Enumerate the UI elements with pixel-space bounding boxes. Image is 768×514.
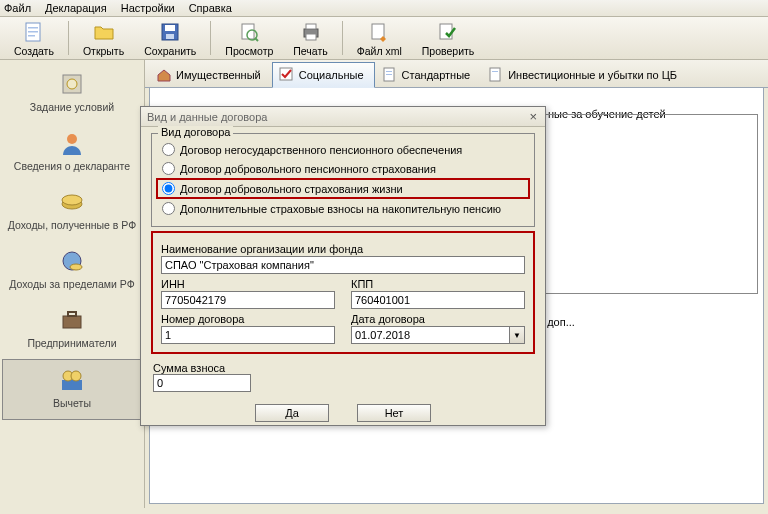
toolbar-label: Открыть	[83, 45, 124, 57]
sidebar-item-deductions[interactable]: Вычеты	[2, 359, 142, 420]
radio-input[interactable]	[162, 182, 175, 195]
doc-icon	[382, 67, 398, 83]
fieldset-legend: Вид договора	[158, 126, 233, 138]
save-icon	[158, 20, 182, 44]
svg-rect-29	[386, 71, 392, 72]
sidebar-item-conditions[interactable]: Задание условий	[0, 64, 144, 123]
sidebar-item-income-foreign[interactable]: Доходы за пределами РФ	[0, 241, 144, 300]
check-button[interactable]: Проверить	[412, 17, 485, 59]
radio-label: Договор добровольного страхования жизни	[180, 183, 403, 195]
toolbar-label: Создать	[14, 45, 54, 57]
tab-property[interactable]: Имущественный	[149, 62, 272, 87]
settings-icon	[58, 70, 86, 98]
preview-icon	[237, 20, 261, 44]
svg-rect-2	[28, 31, 38, 33]
svg-point-26	[71, 371, 81, 381]
inn-label: ИНН	[161, 278, 335, 290]
save-button[interactable]: Сохранить	[134, 17, 206, 59]
sidebar-item-declarant[interactable]: Сведения о декларанте	[0, 123, 144, 182]
folder-open-icon	[92, 20, 116, 44]
contract-date-label: Дата договора	[351, 313, 525, 325]
svg-line-9	[255, 38, 258, 41]
toolbar-label: Проверить	[422, 45, 475, 57]
org-input[interactable]	[161, 256, 525, 274]
svg-point-21	[70, 264, 82, 270]
radio-pension-nongov[interactable]: Договор негосударственного пенсионного о…	[160, 140, 526, 159]
radio-life-insurance[interactable]: Договор добровольного страхования жизни	[156, 178, 530, 199]
user-icon	[58, 129, 86, 157]
contract-number-label: Номер договора	[161, 313, 335, 325]
contract-number-input[interactable]	[161, 326, 335, 344]
sum-input[interactable]	[153, 374, 251, 392]
tab-invest[interactable]: Инвестиционные и убытки по ЦБ	[481, 62, 688, 87]
money-icon	[58, 188, 86, 216]
radio-additional-contrib[interactable]: Дополнительные страховые взносы на накоп…	[160, 199, 526, 218]
xml-button[interactable]: Файл xml	[347, 17, 412, 59]
contract-type-fieldset: Вид договора Договор негосударственного …	[151, 133, 535, 227]
radio-label: Договор добровольного пенсионного страхо…	[180, 163, 436, 175]
menubar: Файл Декларация Настройки Справка	[0, 0, 768, 17]
radio-label: Договор негосударственного пенсионного о…	[180, 144, 462, 156]
svg-rect-32	[492, 71, 498, 72]
radio-pension-voluntary[interactable]: Договор добровольного пенсионного страхо…	[160, 159, 526, 178]
toolbar-label: Файл xml	[357, 45, 402, 57]
doc-icon	[488, 67, 504, 83]
kpp-label: КПП	[351, 278, 525, 290]
svg-rect-5	[165, 25, 175, 31]
org-label: Наименование организации или фонда	[161, 243, 525, 255]
inn-input[interactable]	[161, 291, 335, 309]
toolbar-label: Сохранить	[144, 45, 196, 57]
chevron-down-icon: ▼	[513, 331, 521, 340]
radio-input[interactable]	[162, 162, 175, 175]
print-button[interactable]: Печать	[283, 17, 337, 59]
dialog-title: Вид и данные договора	[147, 111, 267, 123]
tab-label: Инвестиционные и убытки по ЦБ	[508, 69, 677, 81]
menu-file[interactable]: Файл	[4, 2, 31, 14]
ok-button[interactable]: Да	[255, 404, 329, 422]
sidebar-item-label: Сведения о декларанте	[14, 160, 130, 172]
create-button[interactable]: Создать	[4, 17, 64, 59]
deduction-icon	[58, 366, 86, 394]
svg-point-17	[67, 134, 77, 144]
new-file-icon	[22, 20, 46, 44]
globe-money-icon	[58, 247, 86, 275]
preview-button[interactable]: Просмотр	[215, 17, 283, 59]
tab-standard[interactable]: Стандартные	[375, 62, 482, 87]
svg-rect-22	[63, 316, 81, 328]
svg-rect-30	[386, 74, 392, 75]
checkbox-icon	[279, 67, 295, 83]
close-icon[interactable]: ×	[527, 110, 539, 123]
toolbar-label: Печать	[293, 45, 327, 57]
svg-rect-31	[490, 68, 500, 81]
kpp-input[interactable]	[351, 291, 525, 309]
menu-help[interactable]: Справка	[189, 2, 232, 14]
contract-date-input[interactable]	[351, 326, 509, 344]
radio-input[interactable]	[162, 202, 175, 215]
open-button[interactable]: Открыть	[73, 17, 134, 59]
date-dropdown-button[interactable]: ▼	[509, 326, 525, 344]
house-icon	[156, 67, 172, 83]
sidebar: Задание условий Сведения о декларанте До…	[0, 60, 145, 508]
sidebar-item-income-rf[interactable]: Доходы, полученные в РФ	[0, 182, 144, 241]
tab-label: Имущественный	[176, 69, 261, 81]
svg-rect-3	[28, 35, 35, 37]
svg-rect-13	[372, 24, 384, 39]
svg-rect-6	[166, 34, 174, 39]
toolbar: Создать Открыть Сохранить Просмотр Печат…	[0, 17, 768, 60]
svg-rect-24	[62, 380, 82, 390]
tab-social[interactable]: Социальные	[272, 62, 375, 88]
cancel-button[interactable]: Нет	[357, 404, 431, 422]
menu-declaration[interactable]: Декларация	[45, 2, 107, 14]
sidebar-item-entrepreneurs[interactable]: Предприниматели	[0, 300, 144, 359]
check-icon	[436, 20, 460, 44]
xml-file-icon	[367, 20, 391, 44]
sum-label: Сумма взноса	[153, 362, 251, 374]
group-box	[538, 114, 758, 294]
tab-label: Стандартные	[402, 69, 471, 81]
menu-settings[interactable]: Настройки	[121, 2, 175, 14]
svg-rect-11	[306, 24, 316, 29]
radio-input[interactable]	[162, 143, 175, 156]
radio-label: Дополнительные страховые взносы на накоп…	[180, 203, 501, 215]
svg-point-19	[62, 195, 82, 205]
contract-data-fieldset: Наименование организации или фонда ИНН К…	[151, 231, 535, 354]
